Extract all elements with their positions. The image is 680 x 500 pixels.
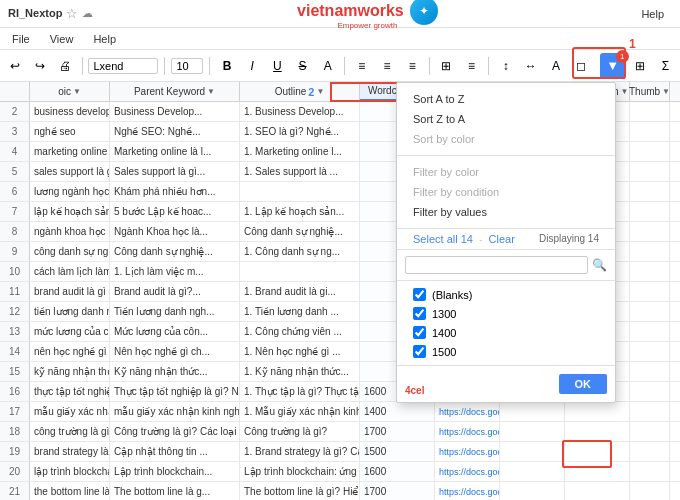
cell-K	[565, 462, 630, 481]
cell-G: 1. Thực tập là gì? Thực tập tốt nghiệp l…	[240, 382, 360, 401]
filter-search-input[interactable]	[405, 256, 588, 274]
filter-values-item[interactable]: Filter by values	[397, 202, 615, 222]
col-header-B: Parent Keyword ▼	[110, 82, 240, 101]
sort-az-item[interactable]: Sort A to Z	[397, 89, 615, 109]
checkbox-blanks-input[interactable]	[413, 288, 426, 301]
cell-G: 1. Sales support là ...	[240, 162, 360, 181]
filter-color-item[interactable]: Filter by color	[397, 162, 615, 182]
filter-button[interactable]: ▼	[600, 53, 626, 79]
checkbox-1500-input[interactable]	[413, 345, 426, 358]
cell-B: The bottom line là g...	[110, 482, 240, 500]
redo-button[interactable]: ↪	[29, 55, 50, 77]
col-header-L: Thumb ▼	[630, 82, 670, 101]
sep6	[488, 57, 489, 75]
font-selector[interactable]	[88, 58, 158, 74]
sep3	[209, 57, 210, 75]
align-center-button[interactable]: ≡	[376, 55, 397, 77]
sort-za-item[interactable]: Sort Z to A	[397, 109, 615, 129]
cell-G: Công danh sự nghiệ...	[240, 222, 360, 241]
cell-G: 1. Mẫu giấy xác nhận kinh nghiệm làm...	[240, 402, 360, 421]
cell-G: 1. SEO là gì? Nghề...	[240, 122, 360, 141]
strikethrough-button[interactable]: S	[292, 55, 313, 77]
align-left-button[interactable]: ≡	[351, 55, 372, 77]
star-icon[interactable]: ☆	[66, 6, 78, 21]
fill-button[interactable]: ◻	[571, 55, 592, 77]
cell-B: Nên học nghề gì ch...	[110, 342, 240, 361]
select-all-link[interactable]: Select all 14	[413, 233, 473, 245]
cell-L	[630, 262, 670, 281]
cell-I: https://docs.goo...	[435, 402, 500, 421]
borders-button[interactable]: ⊞	[436, 55, 457, 77]
cell-J	[500, 442, 565, 461]
checkbox-1300-input[interactable]	[413, 307, 426, 320]
cell-L	[630, 482, 670, 500]
undo-button[interactable]: ↩	[4, 55, 25, 77]
row-number: 13	[0, 322, 30, 341]
cell-L	[630, 162, 670, 181]
cell-A: nên học nghề gì cho nam	[30, 342, 110, 361]
checkbox-1500-label: 1500	[432, 346, 456, 358]
merge-button[interactable]: ≡	[461, 55, 482, 77]
cell-L	[630, 382, 670, 401]
menu-bar: File View Help	[0, 28, 680, 50]
cell-G	[240, 262, 360, 281]
cell-G: 1. Marketing online l...	[240, 142, 360, 161]
row-number: 20	[0, 462, 30, 481]
row-number: 16	[0, 382, 30, 401]
underline-button[interactable]: U	[267, 55, 288, 77]
sheet-container: oic ▼ Parent Keyword ▼ Outline 2▼ Wordco…	[0, 82, 680, 500]
cell-L	[630, 302, 670, 321]
checkbox-1400-input[interactable]	[413, 326, 426, 339]
cell-B: Nghề SEO: Nghề...	[110, 122, 240, 141]
print-button[interactable]: 🖨	[54, 55, 75, 77]
cell-H: 1700	[360, 422, 435, 441]
col-width-button[interactable]: ↔	[520, 55, 541, 77]
more-button[interactable]: Σ	[655, 55, 676, 77]
checkbox-1500[interactable]: 1500	[397, 342, 615, 361]
clear-link[interactable]: Clear	[489, 233, 515, 245]
cell-B: Marketing online là l...	[110, 142, 240, 161]
cell-B: 1. Lịch làm việc m...	[110, 262, 240, 281]
brand-logo: ✦	[410, 0, 438, 25]
cell-B: Ngành Khoa học là...	[110, 222, 240, 241]
font-color-button[interactable]: A	[317, 55, 338, 77]
ok-button[interactable]: OK	[559, 374, 608, 394]
col-header-G: Outline 2▼	[240, 82, 360, 101]
menu-file[interactable]: File	[8, 31, 34, 47]
select-all-row: Select all 14 - Clear Displaying 14	[397, 229, 615, 250]
italic-button[interactable]: I	[242, 55, 263, 77]
menu-help[interactable]: Help	[89, 31, 120, 47]
sep4	[344, 57, 345, 75]
sort-color-item[interactable]: Sort by color	[397, 129, 615, 149]
cell-B: Kỹ năng nhận thức...	[110, 362, 240, 381]
help-label[interactable]: Help	[641, 8, 664, 20]
col-header-A: oic ▼	[30, 82, 110, 101]
menu-view[interactable]: View	[46, 31, 78, 47]
cell-L	[630, 422, 670, 441]
filter-search-bar: 🔍	[397, 250, 615, 281]
pivot-button[interactable]: ⊞	[630, 55, 651, 77]
font-size-input[interactable]	[171, 58, 203, 74]
cell-B: Business Develop...	[110, 102, 240, 121]
cell-A: công danh sự nghiệp là gì	[30, 242, 110, 261]
checkbox-blanks[interactable]: (Blanks)	[397, 285, 615, 304]
separator: -	[479, 233, 483, 245]
checkbox-1400[interactable]: 1400	[397, 323, 615, 342]
table-row: 20 lập trình blockchain Lập trình blockc…	[0, 462, 680, 482]
cell-L	[630, 222, 670, 241]
row-number: 12	[0, 302, 30, 321]
cell-A: cách làm lịch làm việc	[30, 262, 110, 281]
text-color-button2[interactable]: A	[545, 55, 566, 77]
cell-L	[630, 342, 670, 361]
annotation-4-label: 4cel	[405, 385, 424, 396]
checkbox-blanks-label: (Blanks)	[432, 289, 472, 301]
checkbox-1300[interactable]: 1300	[397, 304, 615, 323]
row-height-button[interactable]: ↕	[495, 55, 516, 77]
align-right-button[interactable]: ≡	[402, 55, 423, 77]
filter-condition-item[interactable]: Filter by condition	[397, 182, 615, 202]
cell-B: mẫu giấy xác nhận kinh nghiệm làm vi...	[110, 402, 240, 421]
row-number: 3	[0, 122, 30, 141]
cell-A: nghề seo	[30, 122, 110, 141]
bold-button[interactable]: B	[216, 55, 237, 77]
cell-L	[630, 462, 670, 481]
